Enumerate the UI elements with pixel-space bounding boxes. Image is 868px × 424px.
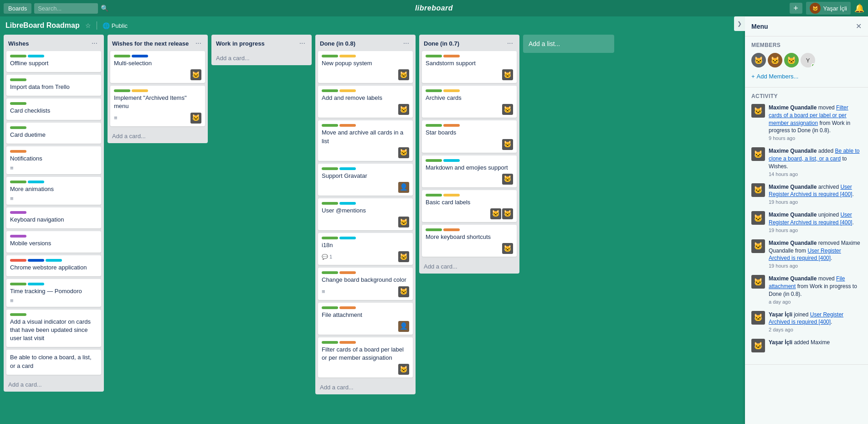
activity-avatar: 🐱 [751,239,765,253]
activity-text-content: Yaşar İçli added Maxime [769,339,830,346]
card-labels [10,102,98,105]
card-label-cyan [28,283,44,285]
star-icon[interactable]: ☆ [85,22,91,29]
sidebar-close-button[interactable]: ✕ [856,22,862,31]
card-avatars: 🐱 [190,113,201,124]
card-c2[interactable]: Import data from Trello [6,75,101,96]
card-avatar: 🐱 [502,139,513,150]
card-label-cyan [443,159,460,162]
add-members-label: Add Members... [757,73,799,80]
card-c14[interactable]: Implement "Archived Items" menu≡🐱 [110,86,205,126]
card-c23[interactable]: Filter cards of a board per label or per… [318,337,413,377]
card-c27[interactable]: Markdown and emojies support🐱 [422,155,517,187]
card-c7[interactable]: Keyboard navigation [6,207,101,228]
card-c9[interactable]: Chrome webstore application [6,255,101,276]
card-c5[interactable]: Notifications≡ [6,146,101,174]
card-labels [10,150,98,153]
card-c10[interactable]: Time tracking — Pomodoro≡ [6,279,101,307]
list-header: Wishes for the next release··· [108,35,208,51]
card-c20[interactable]: i18n💬 1🐱 [318,233,413,265]
boards-button[interactable]: Boards [4,3,31,14]
card-c24[interactable]: Sandstorm support🐱 [422,51,517,83]
member-avatar[interactable]: 🐱 [768,53,782,67]
card-avatars: 🐱 [398,251,409,262]
card-c19[interactable]: User @mentions🐱 [318,198,413,230]
card-labels [322,271,409,274]
activity-avatar: 🐱 [751,183,765,197]
card-meta: ≡ [322,288,325,295]
notification-button[interactable]: 🔔 [854,3,864,13]
card-avatar: 🐱 [398,217,409,228]
visibility-button[interactable]: 🌐 Public [103,22,128,29]
search-input[interactable] [34,3,98,14]
card-labels [322,55,409,57]
add-card-button[interactable]: Add a card... [315,380,416,394]
sidebar-menu: Menu ✕ Members 🐱🐱🐱Y + Add Members... Act… [745,16,868,424]
card-footer: 🐱🐱 [426,208,513,219]
card-title: Filter cards of a board per label or per… [322,346,409,362]
list-menu-button[interactable]: ··· [194,38,203,48]
add-card-button[interactable]: Add a card... [419,259,519,274]
card-c6[interactable]: More animations≡ [6,177,101,205]
card-c22[interactable]: File attachment👤 [318,303,413,335]
list-cards: Offline supportImport data from TrelloCa… [4,51,104,377]
add-card-button[interactable]: Add a card... [108,129,208,143]
activity-text: Maxime Quandalle moved File attachment f… [769,275,862,304]
card-c28[interactable]: Basic card labels🐱🐱 [422,190,517,222]
card-c21[interactable]: Change board background color≡🐱 [318,268,413,300]
card-c25[interactable]: Archive cards🐱 [422,86,517,118]
card-c4[interactable]: Card duetime [6,123,101,144]
activity-text: Yaşar İçli joined User Register Archived… [769,311,862,333]
activity-time: 19 hours ago [769,199,862,205]
sidebar-toggle-button[interactable]: ❯ [734,16,745,31]
card-title: Notifications [10,155,98,163]
add-button[interactable]: + [790,3,802,14]
card-c1[interactable]: Offline support [6,51,101,72]
card-meta: ≡ [114,114,118,121]
card-c15[interactable]: New popup system🐱 [318,51,413,83]
card-c17[interactable]: Move and archive all cards in a list🐱 [318,120,413,160]
card-c3[interactable]: Card checklists [6,98,101,119]
card-title: Archive cards [426,94,513,102]
activity-item: 🐱Yaşar İçli added Maxime [751,339,862,352]
board-title: LibreBoard Roadmap [5,21,80,30]
add-members-button[interactable]: + Add Members... [751,71,798,82]
card-footer: 🐱 [322,69,409,80]
card-label-orange [339,341,356,344]
card-avatar: 🐱 [398,69,409,80]
add-card-button[interactable]: Add a card... [4,377,104,392]
card-c18[interactable]: Support Gravatar👤 [318,164,413,196]
card-label-cyan [339,202,356,205]
card-labels [10,181,98,183]
card-label-green [426,194,442,196]
card-footer: 🐱 [322,147,409,158]
sidebar-members-section: Members 🐱🐱🐱Y + Add Members... [745,36,868,88]
member-avatar[interactable]: 🐱 [784,53,799,67]
card-avatars: 🐱 [502,69,513,80]
member-avatar[interactable]: Y [801,53,815,67]
card-label-orange [443,228,460,231]
search-icon[interactable]: 🔍 [101,5,108,12]
card-label-green [322,167,338,170]
card-c8[interactable]: Mobile versions [6,231,101,252]
card-c16[interactable]: Add and remove labels🐱 [318,86,413,118]
list-menu-button[interactable]: ··· [401,38,411,48]
list-menu-button[interactable]: ··· [505,38,515,48]
card-avatar: 🐱 [398,364,409,375]
card-footer: 👤 [322,182,409,193]
add-list-button[interactable]: Add a list... [523,35,614,53]
activity-time: a day ago [769,299,862,305]
card-c29[interactable]: More keyboard shortcuts🐱 [422,225,517,257]
card-c13[interactable]: Multi-selection🐱 [110,51,205,83]
member-avatar[interactable]: 🐱 [751,53,766,67]
activity-avatar: 🐱 [751,211,765,225]
card-avatar: 🐱 [398,286,409,297]
activity-item: 🐱Maxime Quandalle removed Maxime Quandal… [751,239,862,269]
list-menu-button[interactable]: ··· [298,38,307,48]
card-c26[interactable]: Star boards🐱 [422,120,517,152]
card-c11[interactable]: Add a visual indicator on cards that hav… [6,310,101,347]
add-card-button[interactable]: Add a card... [211,51,312,65]
list-menu-button[interactable]: ··· [90,38,99,48]
card-c12[interactable]: Be able to clone a board, a list, or a c… [6,350,101,374]
user-menu[interactable]: 🐱 Yaşar İçli [806,2,851,15]
